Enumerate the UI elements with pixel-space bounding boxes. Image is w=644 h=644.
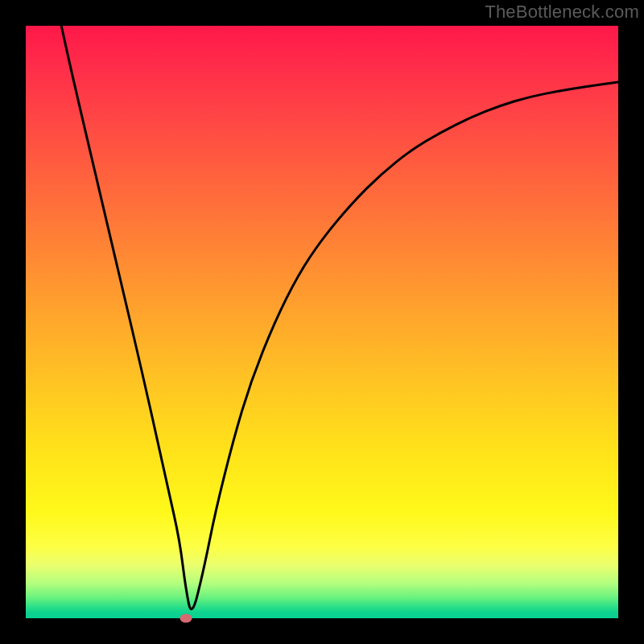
minimum-marker xyxy=(180,614,192,623)
curve-svg xyxy=(26,26,618,618)
plot-area xyxy=(26,26,618,618)
bottleneck-curve xyxy=(61,26,618,609)
watermark-text: TheBottleneck.com xyxy=(485,2,639,23)
chart-frame: TheBottleneck.com xyxy=(0,0,644,644)
